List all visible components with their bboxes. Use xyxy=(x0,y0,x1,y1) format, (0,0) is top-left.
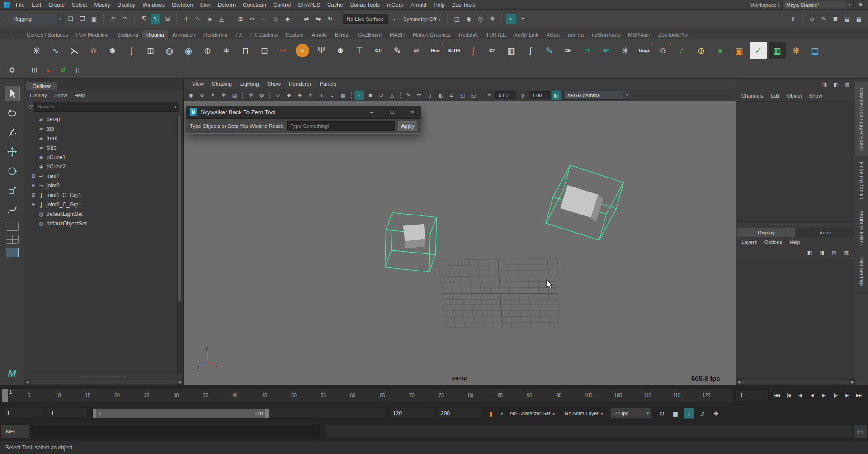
snap-curve-icon[interactable]: ∾ xyxy=(247,14,258,24)
shelf-tab[interactable]: Arnold xyxy=(308,30,331,39)
paint-select-tool-button[interactable] xyxy=(5,125,20,140)
humanik-icon[interactable]: ☺ xyxy=(85,42,102,59)
back-to-zero-dialog[interactable]: Skywalker Back To Zero Tool Type Objects… xyxy=(186,105,421,134)
antialias-icon[interactable]: ▦ xyxy=(338,90,348,100)
layer-toggle-all-icon[interactable]: ◧ xyxy=(805,248,814,257)
mask-curves-icon[interactable]: ∿ xyxy=(193,14,203,24)
viewport-menu-item[interactable]: Panels xyxy=(316,81,340,87)
chevron-down-icon[interactable] xyxy=(846,1,853,9)
shelf-tab[interactable]: Redshift xyxy=(455,30,482,39)
shelf-tab[interactable]: FX Caching xyxy=(246,30,282,39)
outliner-item[interactable]: defaultLightSet xyxy=(24,209,183,219)
outliner-panel-tab[interactable]: Outliner xyxy=(26,82,57,90)
menu-item[interactable]: Skin xyxy=(197,2,214,8)
menu-item[interactable]: Constrain xyxy=(240,2,269,8)
chevron-down-icon[interactable] xyxy=(57,14,64,24)
mask-deformations-icon[interactable]: ◬ xyxy=(216,14,227,24)
color-management-icon[interactable] xyxy=(551,90,561,100)
outliner-horizontal-scrollbar[interactable] xyxy=(24,379,183,385)
menu-item[interactable]: Modify xyxy=(91,2,113,8)
sphere-lattice-icon[interactable]: ◉ xyxy=(180,42,197,59)
outliner-item[interactable]: joint1 xyxy=(24,171,183,181)
playback-end-field[interactable] xyxy=(390,408,433,419)
resolution-gate-icon[interactable]: ▯ xyxy=(425,90,435,100)
menu-item[interactable]: Edit xyxy=(28,2,44,8)
go-to-end-button[interactable]: ▶▶| xyxy=(854,389,864,401)
maximize-icon[interactable] xyxy=(383,106,401,118)
character-set-icon[interactable]: ▮ xyxy=(486,408,496,419)
symmetry-select[interactable]: Symmetry: Off xyxy=(401,16,443,22)
gear-orange-icon[interactable]: ❋ xyxy=(788,42,805,59)
search-input[interactable] xyxy=(38,104,171,109)
viewport-menu-item[interactable]: View xyxy=(188,81,208,87)
shelf-tab[interactable]: ZooToolsPro xyxy=(654,30,692,39)
layout-single-pane-button[interactable] xyxy=(6,222,19,231)
shelf-tab[interactable]: Poly Modeling xyxy=(72,30,113,39)
sidebar-tab[interactable]: Tool Settings xyxy=(855,251,868,293)
scrollbar-thumb[interactable] xyxy=(178,115,181,302)
outliner-item[interactable]: persp xyxy=(24,114,183,124)
shelf-tab[interactable]: Bifrost xyxy=(331,30,354,39)
range-slider[interactable]: 1 120 xyxy=(92,408,385,419)
shelf-tab[interactable]: Motion Graphics xyxy=(409,30,455,39)
outliner-item[interactable]: front xyxy=(24,133,183,143)
ep-curve-icon[interactable]: ∿ xyxy=(47,42,64,59)
layer-editor-tab[interactable]: Anim xyxy=(796,228,854,237)
select-object-icon[interactable]: ⇖ xyxy=(150,14,161,24)
menu-item[interactable]: Arnold xyxy=(407,2,429,8)
layer-list[interactable] xyxy=(737,258,854,379)
filter-icon[interactable] xyxy=(27,104,34,110)
outliner-item[interactable]: defaultObjectSet xyxy=(24,219,183,228)
live-surface-field[interactable]: No Live Surface xyxy=(343,14,388,24)
viewport-canvas[interactable]: y x z persp 505.8 fps xyxy=(184,101,736,385)
hook-icon[interactable]: ∫ xyxy=(123,42,140,59)
status-line-grip[interactable] xyxy=(5,14,5,24)
new-scene-icon[interactable]: ❏ xyxy=(65,14,76,24)
pause-icon[interactable]: ‖ xyxy=(788,14,798,24)
menu-item[interactable]: Skeleton xyxy=(169,2,196,8)
oversampling-icon[interactable]: ◍ xyxy=(257,90,267,100)
last-tool-button[interactable] xyxy=(5,202,20,218)
ge-icon[interactable]: GE xyxy=(370,42,387,59)
render-settings-icon[interactable]: ❋ xyxy=(487,14,498,24)
layer-sync-icon[interactable]: ◨ xyxy=(817,248,826,257)
viewport-menu-item[interactable]: Lighting xyxy=(236,81,263,87)
ipr-render-icon[interactable]: ◎ xyxy=(475,14,486,24)
outliner-menu-item[interactable]: Show xyxy=(51,93,71,98)
h-bracket-icon[interactable]: ⊓ xyxy=(237,42,254,59)
toggle-channel-box-icon[interactable]: ◨ xyxy=(820,80,829,89)
bp-icon[interactable]: BP xyxy=(598,42,615,59)
animation-preferences-icon[interactable]: ❋ xyxy=(711,408,722,419)
channel-box-content[interactable] xyxy=(737,101,854,222)
outliner-item[interactable]: joint2_C_Grp1 xyxy=(24,200,183,209)
channel-sliders-icon[interactable]: ≣ xyxy=(830,14,841,24)
redo-icon[interactable]: ↷ xyxy=(119,14,130,24)
shelf-menu-icon[interactable] xyxy=(2,30,23,39)
wireframe-icon[interactable]: ◇ xyxy=(273,90,283,100)
character-icon[interactable]: ☻ xyxy=(104,42,121,59)
shelf-tab[interactable]: Rigging xyxy=(142,30,168,39)
shelf-editor-gear-icon[interactable] xyxy=(8,66,17,75)
mask-handles-icon[interactable]: ✛ xyxy=(181,14,192,24)
menu-item[interactable]: File xyxy=(13,2,28,8)
dialog-title-bar[interactable]: Skywalker Back To Zero Tool xyxy=(186,106,421,118)
command-line-input[interactable] xyxy=(31,425,320,438)
menu-item[interactable]: Deform xyxy=(215,2,239,8)
menu-item[interactable]: Help xyxy=(430,2,448,8)
menu-item[interactable]: Zoo Tools xyxy=(449,2,479,8)
viewport-menu-item[interactable]: Renderer xyxy=(285,81,316,87)
channel-box-menu-item[interactable]: Channels xyxy=(738,93,767,98)
xray-icon[interactable]: ◙ xyxy=(365,90,375,100)
display-layers-icon[interactable]: ▤ xyxy=(842,14,853,24)
expander[interactable] xyxy=(30,202,37,207)
menu-item[interactable]: Cache xyxy=(324,2,346,8)
ao-icon[interactable]: ◒ xyxy=(327,90,337,100)
mute-icon[interactable]: ♫ xyxy=(697,408,708,419)
play-forwards-button[interactable]: ▶ xyxy=(818,389,829,401)
lock-camera-icon[interactable]: ⊘ xyxy=(197,90,207,100)
reset-objects-input[interactable] xyxy=(287,121,395,131)
menu-item[interactable]: Select xyxy=(69,2,90,8)
pcube1-solid[interactable] xyxy=(403,224,426,248)
select-hierarchy-icon[interactable]: ⇱ xyxy=(138,14,149,24)
fps-select[interactable]: 24 fps xyxy=(610,408,652,419)
